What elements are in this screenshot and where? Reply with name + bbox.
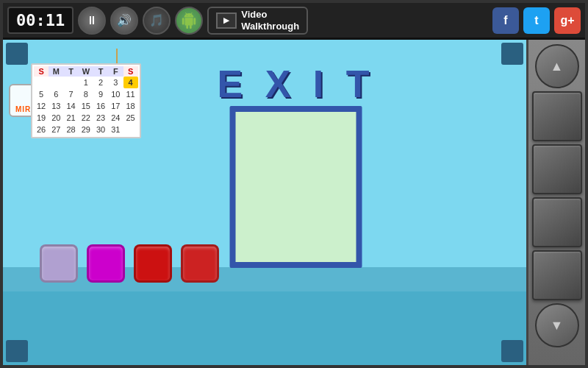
cal-day: 23	[93, 112, 108, 124]
cal-day: 29	[79, 124, 93, 135]
sidebar-button-4[interactable]	[532, 250, 582, 300]
calendar-days: 1 2 3 4 5 6 7 8 9 10 11	[34, 77, 138, 135]
pause-button[interactable]: ⏸	[78, 7, 106, 35]
room-background: 🎮 MIRCHI GAMES S M T W T F S	[3, 40, 526, 365]
cal-day: 25	[123, 112, 138, 124]
toolbar: 00:11 ⏸ 🔊 🎵 Video Walkthrough f t g+	[3, 3, 585, 40]
cal-day: 18	[123, 100, 138, 112]
cal-day: 26	[34, 124, 49, 135]
cal-day	[123, 124, 138, 135]
calendar[interactable]: S M T W T F S 1	[31, 63, 141, 138]
cal-day	[34, 77, 49, 88]
music-button[interactable]: 🎵	[143, 7, 171, 35]
cal-day: 16	[93, 100, 108, 112]
exit-door[interactable]	[230, 106, 362, 268]
cal-day: 12	[34, 100, 49, 112]
cal-day: 31	[108, 124, 123, 135]
cal-day: 3	[108, 77, 123, 88]
google-plus-button[interactable]: g+	[554, 7, 581, 34]
red-button[interactable]	[181, 244, 219, 283]
cal-day: 17	[108, 100, 123, 112]
cal-day: 27	[49, 124, 63, 135]
cal-day: 5	[34, 88, 49, 100]
cal-day: 8	[79, 88, 93, 100]
cal-day: 14	[64, 100, 79, 112]
cal-header-sat: S	[123, 66, 138, 77]
cal-day: 28	[64, 124, 79, 135]
facebook-button[interactable]: f	[492, 7, 519, 34]
sidebar-button-1[interactable]	[532, 91, 582, 141]
cal-day: 15	[79, 100, 93, 112]
corner-tr	[501, 43, 523, 65]
calendar-string	[116, 49, 118, 63]
cal-header-tue: T	[64, 66, 79, 77]
purple-button[interactable]	[40, 244, 78, 283]
twitter-button[interactable]: t	[523, 7, 550, 34]
cal-day: 7	[64, 88, 79, 100]
sidebar-down-button[interactable]: ▼	[535, 303, 579, 347]
cal-day: 2	[93, 77, 108, 88]
video-icon	[216, 13, 237, 29]
calendar-container: S M T W T F S 1	[31, 49, 141, 138]
cal-day	[49, 77, 63, 88]
sidebar-up-button[interactable]: ▲	[535, 44, 579, 88]
floor	[3, 291, 526, 365]
cal-day: 19	[34, 112, 49, 124]
cal-header-sun: S	[34, 66, 49, 77]
cal-day: 20	[49, 112, 63, 124]
exit-label: E X I T	[218, 62, 376, 106]
cal-day: 22	[79, 112, 93, 124]
magenta-button[interactable]	[87, 244, 125, 283]
cal-day: 13	[49, 100, 63, 112]
cal-header-mon: M	[49, 66, 63, 77]
sidebar-button-3[interactable]	[532, 197, 582, 247]
cal-day: 1	[79, 77, 93, 88]
cal-header-fri: F	[108, 66, 123, 77]
dark-red-button[interactable]	[134, 244, 172, 283]
calendar-header: S M T W T F S	[34, 66, 138, 77]
sound-button[interactable]: 🔊	[110, 7, 138, 35]
cal-day: 10	[108, 88, 123, 100]
cal-day: 6	[49, 88, 63, 100]
cal-day: 11	[123, 88, 138, 100]
cal-day	[64, 77, 79, 88]
color-buttons-container	[40, 244, 219, 283]
cal-day: 24	[108, 112, 123, 124]
sidebar-button-2[interactable]	[532, 144, 582, 194]
timer-display: 00:11	[7, 7, 74, 34]
right-sidebar: ▲ ▼	[526, 40, 585, 365]
android-button[interactable]	[175, 7, 203, 35]
cal-header-wed: W	[79, 66, 93, 77]
video-walkthrough-label: Video Walkthrough	[241, 9, 299, 32]
cal-day-4[interactable]: 4	[123, 77, 138, 88]
cal-day: 30	[93, 124, 108, 135]
game-panel: 🎮 MIRCHI GAMES S M T W T F S	[3, 40, 526, 365]
cal-day: 9	[93, 88, 108, 100]
corner-bl	[6, 340, 28, 362]
cal-day: 21	[64, 112, 79, 124]
corner-br	[501, 340, 523, 362]
video-walkthrough-button[interactable]: Video Walkthrough	[207, 7, 308, 35]
corner-tl	[6, 43, 28, 65]
main-area: 🎮 MIRCHI GAMES S M T W T F S	[3, 40, 585, 365]
app: 00:11 ⏸ 🔊 🎵 Video Walkthrough f t g+	[0, 0, 588, 368]
cal-header-thu: T	[93, 66, 108, 77]
exit-area: E X I T	[218, 62, 376, 268]
